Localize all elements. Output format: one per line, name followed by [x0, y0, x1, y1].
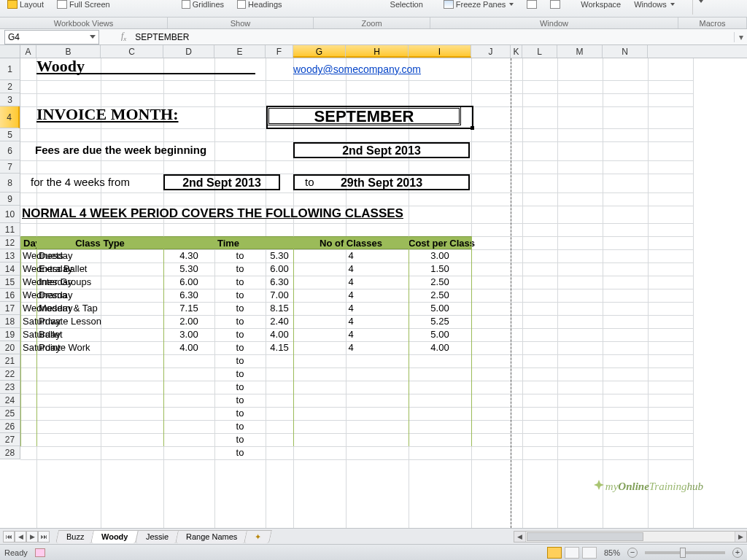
- cell[interactable]: 4.30: [163, 249, 214, 262]
- cell[interactable]: 6.30: [266, 276, 293, 289]
- row-header[interactable]: 26: [0, 420, 20, 433]
- row-header[interactable]: 6: [0, 141, 20, 160]
- headings-toggle[interactable]: Headings: [237, 0, 282, 9]
- sheet-tab[interactable]: Jessie: [135, 530, 179, 543]
- row-header[interactable]: 9: [0, 192, 20, 206]
- scroll-thumb[interactable]: [527, 532, 643, 541]
- cell[interactable]: 2nd Sept 2013: [163, 174, 280, 190]
- cell[interactable]: 2.50: [409, 289, 471, 302]
- zoom-in-button[interactable]: +: [732, 548, 743, 558]
- sheet-tab[interactable]: Buzz: [55, 530, 95, 543]
- cell[interactable]: 3.00: [409, 249, 471, 262]
- row-header[interactable]: 22: [0, 368, 20, 381]
- zoom-selection-button[interactable]: Selection: [390, 0, 423, 9]
- row-header[interactable]: 12: [0, 236, 20, 249]
- zoom-out-button[interactable]: −: [627, 548, 638, 558]
- page-layout-view-button[interactable]: [565, 547, 579, 559]
- row-header[interactable]: 24: [0, 394, 20, 407]
- row-header[interactable]: 25: [0, 407, 20, 420]
- cell[interactable]: 2.40: [266, 315, 293, 328]
- row-header[interactable]: 1: [0, 58, 20, 80]
- zoom-slider[interactable]: [645, 551, 725, 554]
- row-header[interactable]: 21: [0, 354, 20, 368]
- scroll-left-button[interactable]: ◀: [514, 532, 526, 542]
- column-header[interactable]: N: [603, 45, 648, 58]
- cell[interactable]: Pointe Work: [39, 341, 90, 354]
- cell[interactable]: SEPTEMBER: [267, 106, 461, 125]
- cell[interactable]: 4: [293, 315, 409, 328]
- cell[interactable]: 2nd Sept 2013: [293, 142, 470, 158]
- cell[interactable]: to: [214, 315, 266, 328]
- zoom-slider-thumb[interactable]: [680, 548, 686, 558]
- new-sheet-button[interactable]: ✦: [244, 530, 273, 543]
- cell[interactable]: 4: [293, 262, 409, 276]
- cell[interactable]: 8.15: [266, 302, 293, 315]
- fullscreen-button[interactable]: Full Screen: [57, 0, 110, 9]
- column-header[interactable]: G: [293, 45, 346, 58]
- row-header[interactable]: 27: [0, 433, 20, 446]
- cell[interactable]: 3.00: [163, 328, 214, 341]
- cell[interactable]: Private Lesson: [39, 315, 101, 328]
- cell[interactable]: 4.00: [163, 341, 214, 354]
- cell[interactable]: 2.00: [163, 315, 214, 328]
- sheet-tab[interactable]: Range Names: [175, 530, 248, 543]
- cell[interactable]: 5.30: [266, 249, 293, 262]
- cell[interactable]: to: [214, 289, 266, 302]
- cell[interactable]: to: [214, 433, 266, 446]
- cell[interactable]: 7.00: [266, 289, 293, 302]
- cell[interactable]: 5.00: [409, 302, 471, 315]
- macros-button[interactable]: [697, 0, 703, 3]
- column-header[interactable]: H: [346, 45, 409, 58]
- row-header[interactable]: 18: [0, 315, 20, 328]
- row-header[interactable]: 11: [0, 223, 20, 236]
- cell[interactable]: Fees are due the week beginning: [35, 144, 206, 157]
- cell[interactable]: 4: [293, 249, 409, 262]
- column-header[interactable]: I: [409, 45, 471, 58]
- macro-record-icon[interactable]: [35, 548, 45, 557]
- zoom-level[interactable]: 85%: [604, 548, 620, 557]
- hide-button[interactable]: [550, 0, 560, 9]
- cell[interactable]: Duets: [39, 249, 63, 262]
- table-header[interactable]: Day: [20, 236, 36, 249]
- cell[interactable]: to: [214, 407, 266, 420]
- cell[interactable]: Inter Groups: [39, 276, 91, 289]
- cell[interactable]: to: [214, 302, 266, 315]
- page-layout-button[interactable]: Layout: [7, 0, 44, 9]
- row-header[interactable]: 14: [0, 262, 20, 276]
- table-header[interactable]: Class Type: [36, 236, 163, 249]
- cell[interactable]: 4.15: [266, 341, 293, 354]
- row-header[interactable]: 28: [0, 446, 20, 459]
- column-header[interactable]: B: [36, 45, 101, 58]
- cell[interactable]: to: [214, 381, 266, 394]
- cell[interactable]: to: [214, 420, 266, 433]
- cell[interactable]: NORMAL 4 WEEK PERIOD COVERS THE FOLLOWIN…: [22, 207, 403, 220]
- cell[interactable]: 6.00: [266, 262, 293, 276]
- cell[interactable]: 7.15: [163, 302, 214, 315]
- row-header[interactable]: 17: [0, 302, 20, 315]
- cell[interactable]: 6.00: [163, 276, 214, 289]
- tab-nav-prev[interactable]: ◀: [15, 531, 26, 542]
- sheet-tab[interactable]: Woody: [91, 530, 139, 543]
- cell[interactable]: to: [214, 394, 266, 407]
- freeze-panes-button[interactable]: Freeze Panes: [444, 0, 514, 9]
- row-header[interactable]: 5: [0, 128, 20, 141]
- cell[interactable]: 4: [293, 302, 409, 315]
- table-header[interactable]: Cost per Class: [409, 236, 471, 249]
- normal-view-button[interactable]: [547, 547, 562, 559]
- tab-nav-next[interactable]: ▶: [26, 531, 38, 542]
- switch-windows-button[interactable]: Windows: [634, 0, 675, 9]
- row-headers[interactable]: 1234567891011121314151617181920212223242…: [0, 58, 20, 459]
- cell[interactable]: for the 4 weeks from: [31, 176, 130, 189]
- tab-nav-first[interactable]: ⏮: [3, 531, 15, 542]
- gridlines-toggle[interactable]: Gridlines: [182, 0, 224, 9]
- column-header[interactable]: F: [266, 45, 293, 58]
- cell[interactable]: to: [214, 368, 266, 381]
- scroll-right-button[interactable]: ▶: [735, 532, 746, 542]
- row-header[interactable]: 2: [0, 80, 20, 93]
- row-header[interactable]: 23: [0, 381, 20, 394]
- column-header[interactable]: C: [101, 45, 163, 58]
- formula-input[interactable]: SEPTEMBER: [132, 32, 734, 42]
- cell[interactable]: Drama: [39, 289, 67, 302]
- row-header[interactable]: 3: [0, 93, 20, 106]
- cell[interactable]: to: [214, 446, 266, 459]
